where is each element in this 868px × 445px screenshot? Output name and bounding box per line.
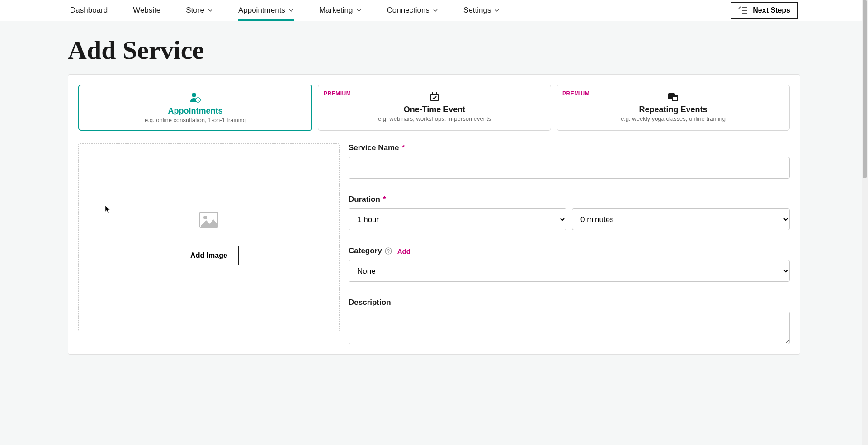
type-card-title: Appointments: [87, 106, 303, 116]
image-upload-area[interactable]: Add Image: [78, 143, 340, 331]
type-card-subtitle: e.g. webinars, workshops, in-person even…: [326, 115, 542, 122]
type-card-subtitle: e.g. weekly yoga classes, online trainin…: [565, 115, 781, 122]
type-card-title: One-Time Event: [326, 105, 542, 114]
calendar-check-icon: [429, 91, 440, 102]
nav-items-group: Dashboard Website Store Appointments Mar…: [70, 0, 500, 21]
next-steps-label: Next Steps: [753, 6, 790, 14]
nav-settings[interactable]: Settings: [463, 0, 500, 21]
next-steps-button[interactable]: Next Steps: [731, 2, 798, 19]
svg-rect-8: [432, 92, 433, 95]
label-text: Description: [349, 298, 391, 307]
nav-label: Connections: [387, 6, 430, 15]
service-name-label: Service Name *: [349, 143, 790, 152]
image-placeholder-icon: [198, 209, 220, 231]
chevron-down-icon: [494, 8, 500, 13]
help-icon[interactable]: ?: [385, 247, 392, 255]
nav-label: Marketing: [319, 6, 353, 15]
required-marker: *: [402, 143, 405, 152]
chevron-down-icon: [208, 8, 213, 13]
nav-label: Settings: [463, 6, 491, 15]
premium-badge: PREMIUM: [562, 90, 590, 97]
nav-label: Website: [133, 6, 160, 15]
duration-label: Duration *: [349, 195, 790, 204]
nav-appointments[interactable]: Appointments: [238, 0, 294, 21]
main-form-card: Appointments e.g. online consultation, 1…: [68, 74, 800, 355]
top-navigation: Dashboard Website Store Appointments Mar…: [0, 0, 868, 21]
service-type-selector: Appointments e.g. online consultation, 1…: [78, 85, 790, 131]
svg-text:?: ?: [387, 249, 390, 254]
svg-point-14: [203, 216, 207, 219]
chevron-down-icon: [356, 8, 362, 13]
nav-store[interactable]: Store: [186, 0, 213, 21]
person-clock-icon: [189, 92, 201, 104]
label-text: Category: [349, 246, 382, 256]
label-text: Service Name: [349, 143, 399, 152]
svg-rect-12: [673, 97, 677, 100]
category-select[interactable]: None: [349, 260, 790, 282]
type-card-subtitle: e.g. online consultation, 1-on-1 trainin…: [87, 117, 303, 123]
label-text: Duration: [349, 195, 380, 204]
add-image-button[interactable]: Add Image: [179, 246, 239, 265]
chevron-down-icon: [288, 8, 294, 13]
type-card-repeating-events[interactable]: PREMIUM Repeating Events e.g. weekly yog…: [557, 85, 790, 131]
add-category-link[interactable]: Add: [397, 247, 410, 255]
svg-rect-9: [436, 92, 437, 95]
page-title: Add Service: [0, 21, 868, 74]
description-textarea[interactable]: [349, 312, 790, 344]
premium-badge: PREMIUM: [324, 90, 351, 97]
duration-minutes-select[interactable]: 0 minutes: [572, 208, 790, 230]
description-label: Description: [349, 298, 790, 307]
form-fields: Service Name * Duration * 1 hour 0 minut…: [349, 143, 790, 344]
form-row: Add Image Service Name * Duration * 1 ho…: [78, 143, 790, 344]
scrollbar-thumb[interactable]: [863, 0, 867, 178]
type-card-appointments[interactable]: Appointments e.g. online consultation, 1…: [78, 85, 312, 131]
nav-label: Store: [186, 6, 204, 15]
calendar-repeat-icon: [667, 91, 679, 102]
type-card-one-time-event[interactable]: PREMIUM One-Time Event e.g. webinars, wo…: [318, 85, 551, 131]
category-label: Category ? Add: [349, 246, 790, 256]
required-marker: *: [383, 195, 386, 204]
svg-point-3: [192, 93, 196, 97]
nav-marketing[interactable]: Marketing: [319, 0, 362, 21]
scrollbar-track: [862, 0, 868, 355]
nav-dashboard[interactable]: Dashboard: [70, 0, 108, 21]
service-name-input[interactable]: [349, 157, 790, 179]
nav-label: Dashboard: [70, 6, 108, 15]
chevron-down-icon: [433, 8, 438, 13]
nav-website[interactable]: Website: [133, 0, 160, 21]
checklist-icon: [738, 6, 748, 14]
nav-connections[interactable]: Connections: [387, 0, 439, 21]
duration-hours-select[interactable]: 1 hour: [349, 208, 566, 230]
nav-label: Appointments: [238, 6, 285, 15]
type-card-title: Repeating Events: [565, 105, 781, 114]
duration-select-group: 1 hour 0 minutes: [349, 208, 790, 230]
